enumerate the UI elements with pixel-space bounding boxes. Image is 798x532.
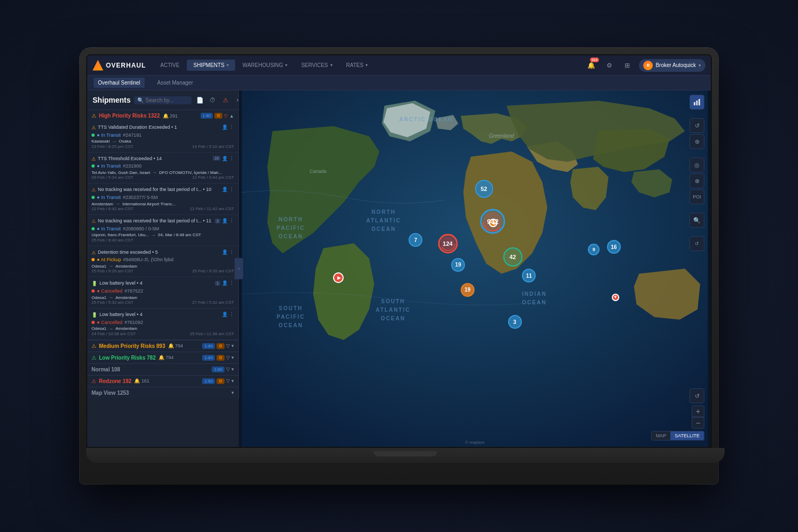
nav-tab-rates[interactable]: RATES ▾ xyxy=(340,60,375,71)
filter-icon[interactable]: ▽ xyxy=(224,113,228,119)
nav-tab-active[interactable]: ACTIVE xyxy=(154,60,186,71)
cluster-circle[interactable]: 9 xyxy=(588,244,600,255)
map-pin-play[interactable]: ▶ xyxy=(333,272,344,283)
cluster-42[interactable]: 42 xyxy=(503,247,522,267)
filter-icon[interactable]: ▽ xyxy=(226,355,230,360)
shipment-id: #761092 xyxy=(124,320,143,325)
zoom-in-button[interactable]: + xyxy=(692,405,704,417)
cluster-7[interactable]: 7 xyxy=(409,233,422,247)
high-risk-count: 🔔 291 xyxy=(163,113,178,119)
settings-button[interactable]: ⚙ xyxy=(603,59,616,72)
nav-tab-services[interactable]: SERVICES ▾ xyxy=(295,60,338,71)
sidebar-collapse-handle[interactable]: ‹ xyxy=(235,258,243,279)
shipment-item[interactable]: ⚠ No tracking was received for the last … xyxy=(87,184,238,215)
collapse-icon[interactable]: ▾ xyxy=(231,378,234,384)
top-nav: OVERHAUL ACTIVE SHIPMENTS ▾ WAREHOUSING … xyxy=(87,55,711,76)
shipment-item[interactable]: 🔋 Low battery level • 4 ● Cancelled #761… xyxy=(87,309,238,340)
settings-map-button[interactable]: ↺ xyxy=(689,388,704,403)
cluster-value: 42 xyxy=(510,254,516,260)
menu-icon[interactable]: ⋮ xyxy=(229,280,234,286)
filter-icon[interactable]: ▽ xyxy=(226,343,230,348)
clock-icon[interactable]: ⏱ xyxy=(207,95,218,105)
user-menu[interactable]: B Broker Autoquick ▾ xyxy=(639,59,705,72)
cluster-circle[interactable]: 16 xyxy=(607,240,621,254)
collapse-icon[interactable]: ▾ xyxy=(231,390,234,395)
cluster-942[interactable]: 942 xyxy=(479,208,506,235)
refresh-map-button[interactable]: ↺ xyxy=(689,236,704,251)
map-pin-down[interactable]: ▼ xyxy=(612,294,619,301)
logo: OVERHAUL xyxy=(93,60,146,71)
cluster-3[interactable]: 3 xyxy=(508,315,522,329)
low-priority-group-header[interactable]: ⚠ Low Priority Risks 782 🔔 794 1:80 ⚙ ▽ … xyxy=(87,352,238,363)
document-icon[interactable]: 📄 xyxy=(195,95,205,105)
search-box[interactable]: 🔍 xyxy=(134,96,192,104)
cluster-52[interactable]: 52 xyxy=(475,180,493,198)
shipment-item[interactable]: ⚠ TTS Threshold Exceeded • 14 ● In Trans… xyxy=(87,153,238,184)
alert-icon[interactable]: ⚠ xyxy=(220,95,231,105)
zoom-out-button[interactable]: − xyxy=(692,417,704,429)
sub-nav-sentinel[interactable]: Overhaul Sentinel xyxy=(94,78,145,88)
cluster-124[interactable]: 124 xyxy=(437,233,459,254)
shipment-item[interactable]: ⚠ Detention time exceeded • 5 ● At Picku… xyxy=(87,246,238,278)
shipment-item[interactable]: ⚠ No tracking was received for the last … xyxy=(87,215,238,246)
map-toggle-btn[interactable]: MAP xyxy=(652,431,671,440)
cluster-9[interactable]: 9 xyxy=(588,244,600,255)
menu-icon[interactable]: ⋮ xyxy=(229,218,234,223)
nav-tab-warehousing[interactable]: WAREHOUSING ▾ xyxy=(236,60,294,71)
chart-button[interactable] xyxy=(689,95,704,110)
shipment-id: #231900 xyxy=(123,163,142,169)
collapse-icon[interactable]: ▾ xyxy=(231,355,234,360)
tag-blue: 1:80 xyxy=(202,378,215,384)
search-input[interactable] xyxy=(146,97,188,103)
cluster-circle[interactable]: 19 xyxy=(461,283,475,297)
collapse-icon[interactable]: ▲ xyxy=(229,113,234,119)
menu-icon[interactable]: ⋮ xyxy=(229,187,234,192)
cluster-circle[interactable]: 3 xyxy=(508,315,522,329)
collapse-icon[interactable]: ▾ xyxy=(231,343,234,348)
cluster-circle[interactable]: 11 xyxy=(522,269,536,282)
date-to: 25 Feb / 11:38 am CST xyxy=(190,331,234,336)
redzone-group-header[interactable]: ⚠ Redzone 192 🔔 161 1:80 ⚙ ▽ ▾ xyxy=(87,375,238,387)
refresh-button[interactable]: ↺ xyxy=(689,118,704,133)
cluster-circle[interactable]: 19 xyxy=(451,258,465,272)
route-from: Uqonm, franc-Frankfurt, Uku... xyxy=(92,232,149,237)
tag-orange: ⚙ xyxy=(217,343,225,349)
sub-nav-asset-manager[interactable]: Asset Manager xyxy=(153,78,197,88)
medium-priority-group-header[interactable]: ⚠ Medium Priority Risks 893 🔔 794 1:80 ⚙… xyxy=(87,340,238,352)
mapview-group-header[interactable]: Map View 1253 ▾ xyxy=(87,387,238,398)
user-icon: 👤 xyxy=(222,280,228,286)
cluster-19-left[interactable]: 19 xyxy=(451,258,465,272)
shipment-item[interactable]: ⚠ TTS Validated Duration Exceeded • 1 ● … xyxy=(87,121,238,153)
toggle-button-2[interactable]: ⊕ xyxy=(689,173,704,188)
cluster-11[interactable]: 11 xyxy=(522,269,536,282)
shipment-item[interactable]: 🔋 Low battery level • 4 ● Cancelled #767… xyxy=(87,277,238,309)
filter-icon[interactable]: ▽ xyxy=(226,378,230,384)
poi-button[interactable]: POI xyxy=(689,189,704,204)
cluster-19-south[interactable]: 19 xyxy=(461,283,475,297)
shipment-id: #2302377/ 5-5M xyxy=(123,195,158,200)
cluster-circle[interactable]: 7 xyxy=(409,233,422,247)
cluster-value: 942 xyxy=(487,218,499,226)
nav-tab-shipments[interactable]: SHIPMENTS ▾ xyxy=(187,60,235,71)
satellite-toggle-btn[interactable]: SATELLITE xyxy=(670,431,704,440)
high-priority-group-header[interactable]: ⚠ High Priority Risks 1322 🔔 291 1:80 ⚙ … xyxy=(87,110,238,121)
normal-group-header[interactable]: Normal 108 1:80 ▽ ▾ xyxy=(87,363,238,375)
menu-icon[interactable]: ⋮ xyxy=(229,124,234,130)
menu-icon[interactable]: ⋮ xyxy=(229,312,234,317)
redzone-label: Redzone 192 xyxy=(99,378,131,384)
search-map-button[interactable]: 🔍 xyxy=(689,213,704,228)
menu-icon[interactable]: ⋮ xyxy=(229,156,234,161)
menu-icon[interactable]: ⋮ xyxy=(229,250,234,255)
toggle-button-1[interactable]: ◎ xyxy=(689,157,704,172)
cluster-16[interactable]: 16 xyxy=(607,240,621,254)
cluster-value: 3 xyxy=(513,319,517,325)
close-icon[interactable]: × xyxy=(233,95,239,105)
notifications-button[interactable]: 🔔 888 xyxy=(585,59,597,72)
layers-button[interactable]: ⊛ xyxy=(689,134,704,149)
grid-button[interactable]: ⊞ xyxy=(621,59,634,72)
collapse-icon[interactable]: ▾ xyxy=(231,367,234,372)
filter-icon[interactable]: ▽ xyxy=(226,367,230,372)
cluster-circle[interactable]: 52 xyxy=(475,180,493,198)
shipment-id: #247191 xyxy=(123,132,142,138)
date-from: 09 Feb / 5:34 am CST xyxy=(92,175,134,180)
